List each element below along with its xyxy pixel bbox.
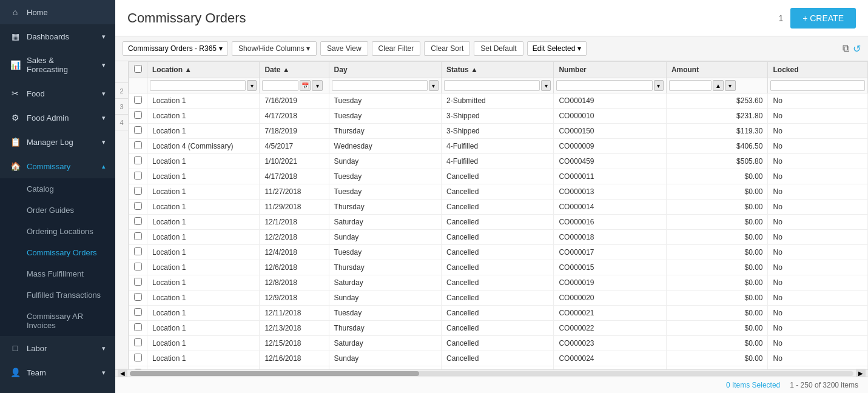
table-row[interactable]: Location 1 12/13/2018 Thursday Cancelled…	[129, 321, 868, 336]
row-checkbox[interactable]	[134, 232, 142, 240]
row-status: Cancelled	[442, 306, 554, 321]
row-checkbox[interactable]	[134, 354, 142, 361]
filter-date-input[interactable]	[262, 80, 298, 91]
sidebar-item-home[interactable]: ⌂ Home	[0, 0, 115, 24]
row-checkbox-cell	[129, 93, 147, 109]
edit-selected-dropdown[interactable]: Edit Selected ▾	[527, 41, 587, 56]
items-count: 1 - 250 of 3200 items	[790, 381, 858, 389]
row-checkbox[interactable]	[134, 96, 142, 104]
dashboards-icon: ▦	[10, 32, 21, 41]
row-checkbox[interactable]	[134, 263, 142, 270]
table-row[interactable]: Location 4 (Commissary) 4/5/2017 Wednesd…	[129, 139, 868, 154]
select-all-checkbox[interactable]	[134, 65, 142, 73]
filter-amount-down-btn[interactable]: ▾	[725, 80, 736, 91]
sidebar-sub-commissary-ar[interactable]: Commissary AR Invoices	[0, 306, 115, 336]
row-checkbox[interactable]	[134, 217, 142, 225]
sidebar-sub-catalog[interactable]: Catalog	[0, 178, 115, 200]
row-location: Location 1	[147, 230, 260, 245]
sidebar-item-labor[interactable]: □ Labor ▾	[0, 336, 115, 360]
row-checkbox-cell	[129, 306, 147, 321]
row-checkbox[interactable]	[134, 172, 142, 180]
row-checkbox[interactable]	[134, 156, 142, 164]
row-locked: No	[768, 109, 868, 124]
clear-filter-button[interactable]: Clear Filter	[372, 41, 421, 56]
table-row[interactable]: Location 1 1/10/2021 Sunday 4-Fulfilled …	[129, 154, 868, 169]
filter-status-btn[interactable]: ▾	[541, 80, 551, 91]
row-checkbox[interactable]	[134, 141, 142, 149]
filter-date-btn[interactable]: ▾	[312, 80, 323, 91]
row-checkbox[interactable]	[134, 202, 142, 210]
table-row[interactable]: Location 1 12/1/2018 Saturday Cancelled …	[129, 215, 868, 230]
filter-date-cal-btn[interactable]: 📅	[300, 80, 311, 91]
sidebar-item-dashboards[interactable]: ▦ Dashboards ▾	[0, 24, 115, 49]
table-row[interactable]: Location 1 12/9/2018 Sunday Cancelled CO…	[129, 291, 868, 306]
table-row[interactable]: Location 1 12/4/2018 Tuesday Cancelled C…	[129, 245, 868, 260]
table-row[interactable]: Location 1 12/15/2018 Saturday Cancelled…	[129, 336, 868, 351]
show-hide-columns-button[interactable]: Show/Hide Columns ▾	[232, 41, 317, 56]
sidebar-item-commissary[interactable]: 🏠 Commissary ▴	[0, 154, 115, 178]
sidebar-sub-order-guides[interactable]: Order Guides	[0, 200, 115, 221]
table-row[interactable]: Location 1 4/17/2018 Tuesday Cancelled C…	[129, 169, 868, 184]
filter-location-btn[interactable]: ▾	[247, 80, 257, 91]
copy-icon-button[interactable]: ⧉	[843, 43, 849, 54]
filter-location-input[interactable]	[150, 80, 246, 91]
table-row[interactable]: Location 1 12/8/2018 Saturday Cancelled …	[129, 275, 868, 291]
table-row[interactable]: Location 1 11/29/2018 Thursday Cancelled…	[129, 200, 868, 215]
th-number[interactable]: Number	[554, 62, 666, 78]
view-dropdown[interactable]: Commissary Orders - R365 ▾	[123, 41, 228, 56]
th-locked[interactable]: Locked	[768, 62, 868, 78]
filter-amount-input[interactable]	[669, 80, 712, 91]
table-row[interactable]: Location 1 12/16/2018 Sunday Cancelled C…	[129, 351, 868, 366]
row-date: 11/29/2018	[260, 200, 329, 215]
sidebar-sub-fulfilled-transactions[interactable]: Fulfilled Transactions	[0, 284, 115, 306]
row-checkbox[interactable]	[134, 323, 142, 331]
filter-number-btn[interactable]: ▾	[654, 80, 664, 91]
filter-locked-input[interactable]	[770, 80, 865, 91]
table-row[interactable]: Location 1 7/16/2019 Tuesday 2-Submitted…	[129, 93, 868, 109]
table-row[interactable]: Location 1 7/18/2019 Thursday 3-Shipped …	[129, 124, 868, 139]
row-checkbox[interactable]	[134, 293, 142, 301]
sidebar-sub-ordering-locations[interactable]: Ordering Locations	[0, 221, 115, 242]
th-status[interactable]: Status ▲	[442, 62, 554, 78]
row-location: Location 1	[147, 93, 260, 109]
row-checkbox[interactable]	[134, 247, 142, 255]
table-row[interactable]: Location 1 12/2/2018 Sunday Cancelled CO…	[129, 230, 868, 245]
sidebar-item-manager-log[interactable]: 📋 Manager Log ▾	[0, 130, 115, 154]
sidebar-item-food-admin[interactable]: ⚙ Food Admin ▾	[0, 106, 115, 130]
table-row[interactable]: Location 1 11/27/2018 Tuesday Cancelled …	[129, 184, 868, 200]
row-checkbox[interactable]	[134, 187, 142, 195]
row-checkbox[interactable]	[134, 111, 142, 119]
set-default-button[interactable]: Set Default	[474, 41, 523, 56]
th-amount[interactable]: Amount	[666, 62, 768, 78]
sidebar-label-manager-log: Manager Log	[27, 138, 96, 147]
row-locked: No	[768, 93, 868, 109]
sidebar-item-team[interactable]: 👤 Team ▾	[0, 360, 115, 385]
labor-icon: □	[10, 343, 21, 353]
sidebar-sub-mass-fulfillment[interactable]: Mass Fulfillment	[0, 263, 115, 284]
table-row[interactable]: Location 1 12/6/2018 Thursday Cancelled …	[129, 260, 868, 275]
row-checkbox[interactable]	[134, 278, 142, 286]
row-checkbox[interactable]	[134, 126, 142, 134]
save-view-button[interactable]: Save View	[320, 41, 368, 56]
row-checkbox[interactable]	[134, 308, 142, 316]
create-button[interactable]: + CREATE	[790, 8, 856, 29]
th-location[interactable]: Location ▲	[147, 62, 260, 78]
scroll-thumb[interactable]	[130, 371, 419, 376]
th-day[interactable]: Day	[329, 62, 441, 78]
row-checkbox[interactable]	[134, 338, 142, 346]
filter-day-input[interactable]	[332, 80, 428, 91]
table-row[interactable]: Location 1 4/17/2018 Tuesday 3-Shipped C…	[129, 109, 868, 124]
horizontal-scrollbar[interactable]: ◀ ▶	[115, 369, 868, 377]
filter-day-btn[interactable]: ▾	[429, 80, 439, 91]
sidebar-item-food[interactable]: ✂ Food ▾	[0, 81, 115, 106]
filter-amount-up-btn[interactable]: ▲	[713, 80, 724, 91]
sidebar-item-admin[interactable]: ⚙ Admin ▾	[0, 385, 115, 393]
table-row[interactable]: Location 1 12/11/2018 Tuesday Cancelled …	[129, 306, 868, 321]
clear-sort-button[interactable]: Clear Sort	[424, 41, 470, 56]
th-date[interactable]: Date ▲	[260, 62, 329, 78]
filter-status-input[interactable]	[444, 80, 540, 91]
sidebar-sub-commissary-orders[interactable]: Commissary Orders	[0, 242, 115, 263]
refresh-icon-button[interactable]: ↺	[853, 43, 861, 55]
sidebar-item-sales[interactable]: 📊 Sales & Forecasting ▾	[0, 49, 115, 81]
filter-number-input[interactable]	[556, 80, 652, 91]
